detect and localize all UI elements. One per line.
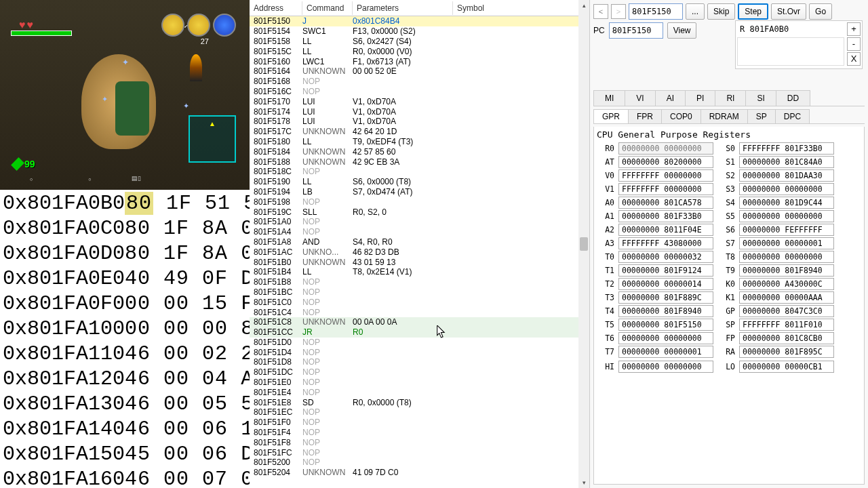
disasm-row[interactable]: 801F51A0NOP (250, 217, 589, 227)
tab-ri[interactable]: RI (715, 90, 746, 106)
reg-value-s4[interactable]: 00000000 801D9C44 (739, 197, 834, 209)
disasm-row[interactable]: 801F51E8SDR0, 0x0000 (T8) (250, 397, 589, 407)
disasm-row[interactable]: 801F5168NOP (250, 77, 589, 87)
col-header-parameters[interactable]: Parameters (353, 1, 453, 15)
scrollbar[interactable]: ▴ ▾ (578, 0, 589, 488)
disasm-row[interactable]: 801F51D0NOP (250, 338, 589, 348)
disasm-row[interactable]: 801F5170LUIV1, 0xD70A (250, 96, 589, 106)
reg-value-v0[interactable]: FFFFFFFF 00000000 (618, 169, 713, 182)
reg-value-t0[interactable]: 00000000 00000032 (618, 251, 713, 263)
reg-value-t9[interactable]: 00000000 801F8940 (739, 264, 834, 277)
reg-value-at[interactable]: 00000000 80200000 (618, 156, 713, 168)
forward-button[interactable]: > (611, 4, 626, 19)
reg-value-t5[interactable]: 00000000 801F5150 (618, 319, 713, 331)
reg-value-t8[interactable]: 00000000 00000000 (739, 251, 834, 263)
disasm-row[interactable]: 801F5150J0x801C84B4 (250, 16, 589, 26)
hex-row[interactable]: 0x801FA0B080 1F 51 50 (0, 191, 250, 216)
disasm-row[interactable]: 801F5184UNKNOWN42 57 85 60 (250, 146, 589, 157)
disasm-row[interactable]: 801F5200NOP (250, 458, 589, 468)
step-button[interactable]: Step (738, 3, 768, 20)
reg-value-a2[interactable]: 00000000 8011F04E (618, 224, 713, 236)
reg-value-a3[interactable]: FFFFFFFF 43080000 (618, 237, 713, 249)
disasm-row[interactable]: 801F51F0NOP (250, 418, 589, 428)
hex-row[interactable]: 0x801FA15045 00 06 D0 (0, 442, 250, 467)
scroll-thumb[interactable] (580, 237, 588, 251)
scroll-up-button[interactable]: ▴ (578, 0, 589, 11)
disasm-row[interactable]: 801F5198NOP (250, 197, 589, 207)
reg-value-r0[interactable]: 00000000 00000000 (618, 142, 713, 155)
hex-row[interactable]: 0x801FA0E040 49 0F DB (0, 266, 250, 291)
hex-row[interactable]: 0x801FA11046 00 02 24 (0, 342, 250, 367)
disasm-row[interactable]: 801F516CNOP (250, 87, 589, 97)
disasm-row[interactable]: 801F518CNOP (250, 167, 589, 177)
view-button[interactable]: View (667, 22, 697, 39)
tab-ai[interactable]: AI (655, 90, 686, 106)
skip-button[interactable]: Skip (707, 3, 735, 20)
hex-viewer[interactable]: 0x801FA0B080 1F 51 500x801FA0C080 1F 8A … (0, 190, 250, 488)
reg-value-t4[interactable]: 00000000 801F8940 (618, 305, 713, 317)
disasm-row[interactable]: 801F5164UNKNOWN00 00 52 0E (250, 66, 589, 77)
go-button[interactable]: Go (809, 3, 832, 20)
disasm-row[interactable]: 801F51D4NOP (250, 347, 589, 357)
disasm-list[interactable]: 801F5150J0x801C84B4801F5154SWC1F13, 0x00… (250, 16, 589, 488)
reg-value-s0[interactable]: FFFFFFFF 801F33B0 (739, 142, 834, 155)
disasm-row[interactable]: 801F51D8NOP (250, 357, 589, 367)
reg-value-t6[interactable]: 00000000 00000000 (618, 332, 713, 344)
reg-value-ra[interactable]: 00000000 801F895C (739, 346, 834, 358)
disasm-row[interactable]: 801F51ACUNKNO...46 82 D3 DB (250, 247, 589, 257)
subtab-dpc[interactable]: DPC (775, 109, 810, 123)
disasm-row[interactable]: 801F5180LLT9, 0xEDF4 (T3) (250, 137, 589, 147)
disasm-row[interactable]: 801F515CLLR0, 0x0000 (V0) (250, 46, 589, 56)
reg-value-s2[interactable]: 00000000 801DAA30 (739, 169, 834, 182)
add-button[interactable]: + (847, 22, 861, 36)
disasm-row[interactable]: 801F51ECNOP (250, 407, 589, 418)
disasm-row[interactable]: 801F5154SWC1F13, 0x0000 (S2) (250, 26, 589, 37)
disasm-row[interactable]: 801F517CUNKNOWN42 64 20 1D (250, 127, 589, 137)
disasm-row[interactable]: 801F51E4NOP (250, 387, 589, 397)
reg-value-s6[interactable]: 00000000 FEFFFFFF (739, 224, 834, 236)
disasm-row[interactable]: 801F5190LLS6, 0x0000 (T8) (250, 177, 589, 187)
reg-value-lo[interactable]: 00000000 00000CB1 (739, 361, 834, 373)
disasm-row[interactable]: 801F51FCNOP (250, 447, 589, 458)
col-header-address[interactable]: Address (250, 1, 302, 15)
disasm-row[interactable]: 801F51E0NOP (250, 378, 589, 388)
disasm-row[interactable]: 801F51BCNOP (250, 287, 589, 298)
hex-row[interactable]: 0x801FA0C080 1F 8A 08 (0, 216, 250, 241)
reg-value-s3[interactable]: 00000000 00000000 (739, 183, 834, 195)
disasm-row[interactable]: 801F51F8NOP (250, 437, 589, 447)
disasm-row[interactable]: 801F51F4NOP (250, 428, 589, 438)
reg-value-s7[interactable]: 00000000 00000001 (739, 237, 834, 249)
disasm-row[interactable]: 801F5160LWC1F1, 0x6713 (AT) (250, 56, 589, 66)
tab-dd[interactable]: DD (776, 90, 810, 106)
tab-pi[interactable]: PI (685, 90, 715, 106)
hex-row[interactable]: 0x801FA10000 00 00 87 (0, 317, 250, 342)
disasm-row[interactable]: 801F51A8ANDS4, R0, R0 (250, 237, 589, 247)
disasm-row[interactable]: 801F51B8NOP (250, 277, 589, 287)
reg-value-t3[interactable]: 00000000 801F889C (618, 291, 713, 304)
hex-row[interactable]: 0x801FA16046 00 07 08 (0, 467, 250, 488)
hex-row[interactable]: 0x801FA0D080 1F 8A 08 (0, 241, 250, 266)
tab-vi[interactable]: VI (625, 90, 655, 106)
disasm-row[interactable]: 801F5204UNKNOWN41 09 7D C0 (250, 468, 589, 478)
reg-value-hi[interactable]: 00000000 00000000 (618, 361, 713, 373)
disasm-row[interactable]: 801F5188UNKNOWN42 9C EB 3A (250, 157, 589, 167)
disasm-row[interactable]: 801F5158LLS6, 0x2427 (S4) (250, 37, 589, 47)
reg-value-a0[interactable]: 00000000 801CA578 (618, 197, 713, 209)
reg-value-v1[interactable]: FFFFFFFF 00000000 (618, 183, 713, 195)
subtab-sp[interactable]: SP (747, 109, 776, 123)
disasm-row[interactable]: 801F5194LBS7, 0xD474 (AT) (250, 187, 589, 197)
hex-row[interactable]: 0x801FA0F000 00 15 F0 (0, 291, 250, 317)
remove-button[interactable]: - (847, 37, 861, 51)
reg-value-s5[interactable]: 00000000 00000000 (739, 210, 834, 222)
reg-value-t7[interactable]: 00000000 00000001 (618, 346, 713, 358)
stepover-button[interactable]: St.Ovr (771, 3, 806, 20)
subtab-gpr[interactable]: GPR (593, 109, 629, 123)
reg-value-s1[interactable]: 00000000 801C84A0 (739, 156, 834, 168)
hex-row[interactable]: 0x801FA13046 00 05 54 (0, 392, 250, 417)
disasm-row[interactable]: 801F51C4NOP (250, 307, 589, 317)
disasm-row[interactable]: 801F51CCJRR0 (250, 327, 589, 338)
reg-value-fp[interactable]: 00000000 801C8CB0 (739, 332, 834, 344)
disasm-row[interactable]: 801F5174LUIV1, 0xD70A (250, 106, 589, 117)
reg-value-t2[interactable]: 00000000 00000014 (618, 278, 713, 290)
disasm-row[interactable]: 801F51B0UNKNOWN43 01 59 13 (250, 257, 589, 267)
